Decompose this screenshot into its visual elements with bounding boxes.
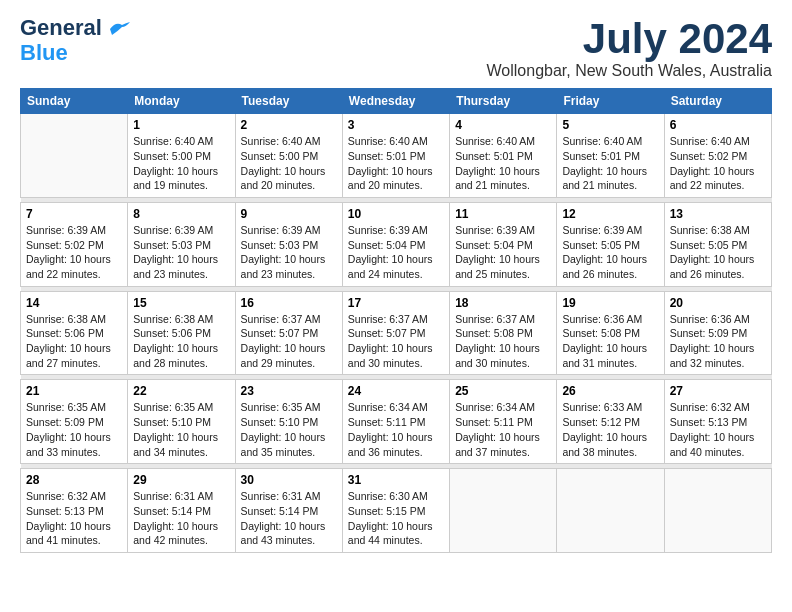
day-info: Sunrise: 6:39 AMSunset: 5:03 PMDaylight:… (133, 223, 229, 282)
day-cell-24: 24Sunrise: 6:34 AMSunset: 5:11 PMDayligh… (342, 380, 449, 464)
day-number: 7 (26, 207, 122, 221)
day-info: Sunrise: 6:34 AMSunset: 5:11 PMDaylight:… (455, 400, 551, 459)
day-cell-11: 11Sunrise: 6:39 AMSunset: 5:04 PMDayligh… (450, 202, 557, 286)
day-info: Sunrise: 6:30 AMSunset: 5:15 PMDaylight:… (348, 489, 444, 548)
day-cell-12: 12Sunrise: 6:39 AMSunset: 5:05 PMDayligh… (557, 202, 664, 286)
day-number: 1 (133, 118, 229, 132)
day-cell-1: 1Sunrise: 6:40 AMSunset: 5:00 PMDaylight… (128, 114, 235, 198)
location-title: Wollongbar, New South Wales, Australia (487, 62, 772, 80)
day-cell-26: 26Sunrise: 6:33 AMSunset: 5:12 PMDayligh… (557, 380, 664, 464)
empty-cell (557, 469, 664, 553)
weekday-header-friday: Friday (557, 89, 664, 114)
day-info: Sunrise: 6:38 AMSunset: 5:06 PMDaylight:… (26, 312, 122, 371)
logo-text: General (20, 16, 130, 40)
day-number: 23 (241, 384, 337, 398)
title-section: July 2024 Wollongbar, New South Wales, A… (487, 16, 772, 80)
day-number: 21 (26, 384, 122, 398)
weekday-header-tuesday: Tuesday (235, 89, 342, 114)
day-number: 19 (562, 296, 658, 310)
day-cell-9: 9Sunrise: 6:39 AMSunset: 5:03 PMDaylight… (235, 202, 342, 286)
day-number: 31 (348, 473, 444, 487)
weekday-header-saturday: Saturday (664, 89, 771, 114)
day-number: 3 (348, 118, 444, 132)
day-cell-3: 3Sunrise: 6:40 AMSunset: 5:01 PMDaylight… (342, 114, 449, 198)
day-info: Sunrise: 6:31 AMSunset: 5:14 PMDaylight:… (133, 489, 229, 548)
week-row-3: 14Sunrise: 6:38 AMSunset: 5:06 PMDayligh… (21, 291, 772, 375)
day-cell-19: 19Sunrise: 6:36 AMSunset: 5:08 PMDayligh… (557, 291, 664, 375)
day-number: 17 (348, 296, 444, 310)
weekday-header-sunday: Sunday (21, 89, 128, 114)
day-number: 28 (26, 473, 122, 487)
day-cell-28: 28Sunrise: 6:32 AMSunset: 5:13 PMDayligh… (21, 469, 128, 553)
day-info: Sunrise: 6:32 AMSunset: 5:13 PMDaylight:… (26, 489, 122, 548)
day-info: Sunrise: 6:40 AMSunset: 5:02 PMDaylight:… (670, 134, 766, 193)
week-row-5: 28Sunrise: 6:32 AMSunset: 5:13 PMDayligh… (21, 469, 772, 553)
day-cell-25: 25Sunrise: 6:34 AMSunset: 5:11 PMDayligh… (450, 380, 557, 464)
day-cell-7: 7Sunrise: 6:39 AMSunset: 5:02 PMDaylight… (21, 202, 128, 286)
day-info: Sunrise: 6:39 AMSunset: 5:04 PMDaylight:… (348, 223, 444, 282)
empty-cell (21, 114, 128, 198)
day-number: 6 (670, 118, 766, 132)
day-cell-6: 6Sunrise: 6:40 AMSunset: 5:02 PMDaylight… (664, 114, 771, 198)
day-info: Sunrise: 6:35 AMSunset: 5:10 PMDaylight:… (133, 400, 229, 459)
week-row-1: 1Sunrise: 6:40 AMSunset: 5:00 PMDaylight… (21, 114, 772, 198)
month-title: July 2024 (487, 16, 772, 62)
day-cell-21: 21Sunrise: 6:35 AMSunset: 5:09 PMDayligh… (21, 380, 128, 464)
day-info: Sunrise: 6:39 AMSunset: 5:03 PMDaylight:… (241, 223, 337, 282)
day-cell-18: 18Sunrise: 6:37 AMSunset: 5:08 PMDayligh… (450, 291, 557, 375)
day-number: 26 (562, 384, 658, 398)
day-cell-4: 4Sunrise: 6:40 AMSunset: 5:01 PMDaylight… (450, 114, 557, 198)
empty-cell (664, 469, 771, 553)
day-info: Sunrise: 6:39 AMSunset: 5:05 PMDaylight:… (562, 223, 658, 282)
day-number: 25 (455, 384, 551, 398)
day-cell-27: 27Sunrise: 6:32 AMSunset: 5:13 PMDayligh… (664, 380, 771, 464)
day-info: Sunrise: 6:31 AMSunset: 5:14 PMDaylight:… (241, 489, 337, 548)
day-info: Sunrise: 6:35 AMSunset: 5:10 PMDaylight:… (241, 400, 337, 459)
bird-icon (108, 21, 130, 37)
day-number: 2 (241, 118, 337, 132)
day-number: 13 (670, 207, 766, 221)
day-info: Sunrise: 6:35 AMSunset: 5:09 PMDaylight:… (26, 400, 122, 459)
day-info: Sunrise: 6:32 AMSunset: 5:13 PMDaylight:… (670, 400, 766, 459)
weekday-header-row: SundayMondayTuesdayWednesdayThursdayFrid… (21, 89, 772, 114)
logo: General Blue (20, 16, 130, 66)
week-row-4: 21Sunrise: 6:35 AMSunset: 5:09 PMDayligh… (21, 380, 772, 464)
day-cell-22: 22Sunrise: 6:35 AMSunset: 5:10 PMDayligh… (128, 380, 235, 464)
day-number: 8 (133, 207, 229, 221)
day-cell-5: 5Sunrise: 6:40 AMSunset: 5:01 PMDaylight… (557, 114, 664, 198)
day-info: Sunrise: 6:38 AMSunset: 5:05 PMDaylight:… (670, 223, 766, 282)
day-info: Sunrise: 6:34 AMSunset: 5:11 PMDaylight:… (348, 400, 444, 459)
weekday-header-monday: Monday (128, 89, 235, 114)
day-number: 11 (455, 207, 551, 221)
day-number: 16 (241, 296, 337, 310)
header: General Blue July 2024 Wollongbar, New S… (20, 16, 772, 80)
day-info: Sunrise: 6:36 AMSunset: 5:09 PMDaylight:… (670, 312, 766, 371)
day-info: Sunrise: 6:40 AMSunset: 5:01 PMDaylight:… (455, 134, 551, 193)
day-info: Sunrise: 6:40 AMSunset: 5:01 PMDaylight:… (348, 134, 444, 193)
day-number: 20 (670, 296, 766, 310)
day-info: Sunrise: 6:38 AMSunset: 5:06 PMDaylight:… (133, 312, 229, 371)
day-info: Sunrise: 6:40 AMSunset: 5:00 PMDaylight:… (241, 134, 337, 193)
weekday-header-wednesday: Wednesday (342, 89, 449, 114)
day-number: 10 (348, 207, 444, 221)
day-cell-2: 2Sunrise: 6:40 AMSunset: 5:00 PMDaylight… (235, 114, 342, 198)
day-cell-13: 13Sunrise: 6:38 AMSunset: 5:05 PMDayligh… (664, 202, 771, 286)
day-number: 18 (455, 296, 551, 310)
logo-blue: Blue (20, 40, 68, 66)
day-cell-8: 8Sunrise: 6:39 AMSunset: 5:03 PMDaylight… (128, 202, 235, 286)
day-cell-20: 20Sunrise: 6:36 AMSunset: 5:09 PMDayligh… (664, 291, 771, 375)
day-number: 24 (348, 384, 444, 398)
day-number: 9 (241, 207, 337, 221)
day-number: 5 (562, 118, 658, 132)
day-cell-14: 14Sunrise: 6:38 AMSunset: 5:06 PMDayligh… (21, 291, 128, 375)
page-container: General Blue July 2024 Wollongbar, New S… (20, 16, 772, 553)
day-info: Sunrise: 6:36 AMSunset: 5:08 PMDaylight:… (562, 312, 658, 371)
day-number: 14 (26, 296, 122, 310)
week-row-2: 7Sunrise: 6:39 AMSunset: 5:02 PMDaylight… (21, 202, 772, 286)
day-info: Sunrise: 6:33 AMSunset: 5:12 PMDaylight:… (562, 400, 658, 459)
day-cell-10: 10Sunrise: 6:39 AMSunset: 5:04 PMDayligh… (342, 202, 449, 286)
day-number: 29 (133, 473, 229, 487)
day-number: 15 (133, 296, 229, 310)
day-cell-29: 29Sunrise: 6:31 AMSunset: 5:14 PMDayligh… (128, 469, 235, 553)
day-info: Sunrise: 6:39 AMSunset: 5:02 PMDaylight:… (26, 223, 122, 282)
